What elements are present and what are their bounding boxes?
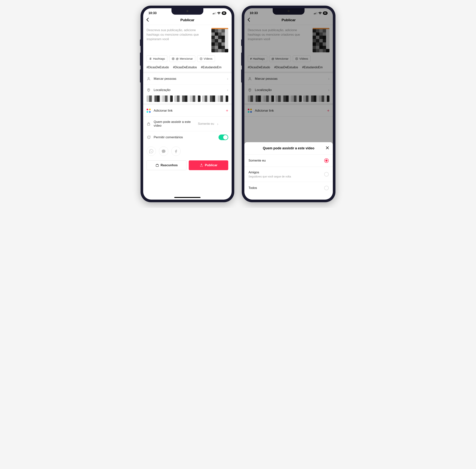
location-suggestions[interactable] — [143, 96, 232, 103]
caption-input[interactable]: Descreva sua publicação, adicione hashta… — [146, 28, 209, 52]
row-add-link[interactable]: Adicionar link + — [143, 105, 232, 117]
radio-unchecked-icon — [324, 172, 329, 177]
status-icons: 86 — [213, 11, 226, 15]
notch — [172, 8, 203, 15]
nav-bar: Publicar — [143, 16, 232, 25]
screen-right: 10:33 86 Publicar Descreva sua publicaçã… — [244, 8, 333, 200]
person-icon — [146, 77, 151, 81]
chip-mention[interactable]: @ Mencionar — [169, 55, 195, 62]
signal-icon — [213, 12, 216, 14]
share-facebook[interactable] — [171, 147, 181, 156]
row-location[interactable]: Localização › — [143, 84, 232, 96]
row-location-label: Localização — [154, 88, 224, 92]
privacy-option-everyone[interactable]: Todos — [244, 182, 333, 194]
privacy-sheet: Quem pode assistir a este vídeo Somente … — [244, 142, 333, 200]
chip-mention-label: Mencionar — [180, 57, 193, 60]
battery-indicator: 86 — [222, 11, 226, 15]
row-privacy[interactable]: Quem pode assistir a este vídeo Somente … — [143, 117, 232, 131]
privacy-option-only-me[interactable]: Somente eu — [244, 154, 333, 167]
divider — [143, 103, 232, 105]
home-indicator[interactable] — [174, 197, 201, 198]
play-circle-icon — [200, 57, 203, 60]
comment-icon — [146, 135, 151, 139]
svg-point-11 — [148, 137, 149, 137]
hashtag-suggestion[interactable]: #EstudandoEm — [201, 66, 221, 69]
row-privacy-value: Somente eu — [198, 122, 214, 126]
bottom-actions: Rascunhos Publicar — [143, 159, 232, 175]
plus-icon: + — [226, 108, 228, 113]
row-comments: Permitir comentários — [143, 131, 232, 144]
row-comments-label: Permitir comentários — [154, 135, 216, 139]
svg-point-12 — [149, 137, 149, 137]
radio-checked-icon — [324, 158, 329, 163]
row-tag-people[interactable]: Marcar pessoas › — [143, 73, 232, 84]
svg-rect-2 — [215, 12, 215, 14]
chip-hashtags-label: Hashtags — [153, 57, 165, 60]
screen-left: 10:33 86 Publicar Descreva sua publicaçã… — [143, 8, 232, 200]
compose-area: Descreva sua publicação, adicione hashta… — [143, 25, 232, 55]
svg-point-8 — [148, 89, 149, 90]
divider — [143, 72, 232, 73]
phone-frame-right: 10:33 86 Publicar Descreva sua publicaçã… — [242, 6, 335, 202]
hash-icon — [149, 57, 152, 60]
wifi-icon — [217, 12, 221, 15]
svg-point-10 — [148, 137, 148, 137]
share-message[interactable] — [159, 147, 168, 156]
share-row — [143, 144, 232, 159]
hashtag-suggestion[interactable]: #DicasDeEstudos — [173, 66, 197, 69]
option-title: Somente eu — [249, 159, 322, 163]
hashtag-suggestions: #DicasDeEstudo #DicasDeEstudos #Estudand… — [143, 64, 232, 72]
back-button[interactable] — [146, 18, 149, 22]
video-thumbnail[interactable] — [211, 28, 228, 52]
row-privacy-label: Quem pode assistir a este vídeo — [154, 120, 195, 128]
sheet-header: Quem pode assistir a este vídeo — [244, 142, 333, 154]
comments-toggle[interactable] — [219, 134, 228, 140]
share-whatsapp[interactable] — [146, 147, 156, 156]
svg-rect-1 — [214, 13, 214, 14]
radio-unchecked-icon — [324, 186, 329, 190]
phone-frame-left: 10:33 86 Publicar Descreva sua publicaçã… — [141, 6, 234, 202]
option-title: Todos — [249, 186, 322, 190]
chevron-right-icon: › — [217, 122, 218, 126]
chip-row: Hashtags @ Mencionar Vídeos — [143, 55, 232, 64]
publish-button[interactable]: Publicar — [189, 160, 228, 170]
drafts-button[interactable]: Rascunhos — [146, 160, 187, 170]
drafts-label: Rascunhos — [161, 163, 178, 167]
svg-rect-3 — [216, 12, 216, 14]
content: Descreva sua publicação, adicione hashta… — [143, 25, 232, 200]
option-subtitle: Seguidores que você segue de volta — [249, 175, 322, 178]
dots-icon — [146, 109, 151, 113]
at-icon — [172, 57, 175, 60]
svg-rect-13 — [156, 165, 158, 167]
chip-videos-label: Vídeos — [204, 57, 212, 60]
hashtag-suggestion[interactable]: #DicasDeEstudo — [146, 66, 169, 69]
privacy-option-friends[interactable]: Amigos Seguidores que você segue de volt… — [244, 167, 333, 182]
chevron-right-icon: › — [227, 77, 228, 81]
chip-hashtags[interactable]: Hashtags — [146, 55, 167, 62]
svg-point-5 — [173, 58, 174, 59]
status-time: 10:33 — [148, 11, 157, 15]
svg-point-4 — [172, 58, 174, 60]
sheet-title: Quem pode assistir a este vídeo — [263, 146, 314, 150]
publish-icon — [200, 163, 203, 167]
chip-videos[interactable]: Vídeos — [197, 55, 215, 62]
svg-rect-9 — [147, 124, 150, 125]
chevron-right-icon: › — [227, 88, 228, 92]
row-tag-people-label: Marcar pessoas — [154, 77, 224, 81]
row-add-link-label: Adicionar link — [154, 109, 223, 113]
lock-icon — [146, 122, 151, 126]
svg-point-7 — [148, 77, 149, 79]
location-icon — [146, 88, 151, 92]
svg-rect-0 — [213, 14, 213, 14]
publish-label: Publicar — [205, 163, 217, 167]
close-button[interactable] — [325, 146, 330, 151]
drafts-icon — [155, 163, 159, 167]
option-title: Amigos — [249, 170, 322, 174]
page-title: Publicar — [180, 18, 194, 22]
